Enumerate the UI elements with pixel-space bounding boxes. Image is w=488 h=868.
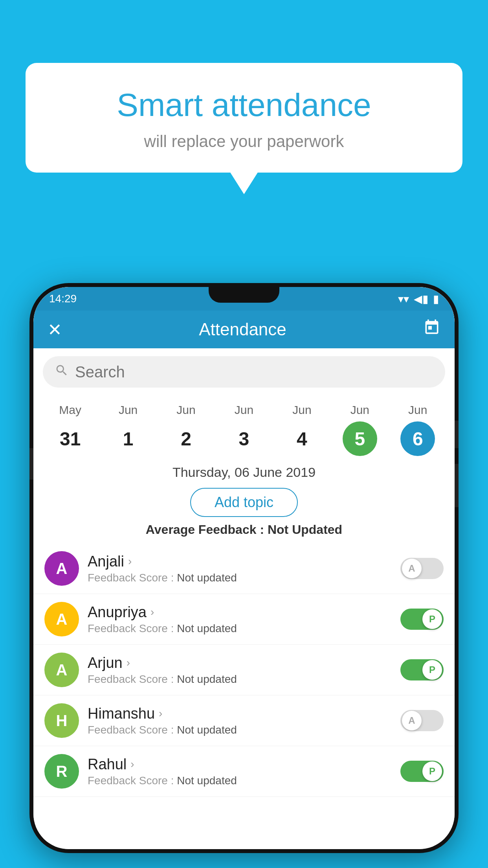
- app-bar: ✕ Attendance: [33, 311, 455, 348]
- attendance-toggle[interactable]: A: [400, 710, 444, 731]
- attendance-toggle[interactable]: P: [400, 659, 444, 680]
- app-bar-title: Attendance: [62, 320, 423, 339]
- cal-date-label: 3: [227, 421, 261, 456]
- wifi-icon: ▾▾: [398, 292, 409, 305]
- cal-date-label: 4: [284, 421, 319, 456]
- status-time: 14:29: [49, 292, 77, 305]
- cal-date-label: 31: [53, 421, 88, 456]
- chevron-icon: ›: [159, 707, 162, 720]
- student-info: Anupriya ›Feedback Score : Not updated: [88, 604, 392, 635]
- student-name: Arjun ›: [88, 655, 392, 671]
- student-item[interactable]: AAnupriya ›Feedback Score : Not updatedP: [33, 594, 455, 645]
- avatar: R: [44, 754, 79, 789]
- student-item[interactable]: RRahul ›Feedback Score : Not updatedP: [33, 746, 455, 797]
- avg-feedback-value: Not Updated: [268, 522, 342, 537]
- chevron-icon: ›: [130, 758, 134, 771]
- avatar: H: [44, 703, 79, 738]
- avatar: A: [44, 653, 79, 687]
- toggle-track: P: [400, 609, 444, 630]
- toggle-label: P: [422, 609, 442, 629]
- toggle-track: A: [400, 558, 444, 579]
- student-name: Anjali ›: [88, 553, 392, 570]
- phone-screen: 14:29 ▾▾ ◀▮ ▮ ✕ Attendance: [33, 287, 455, 849]
- search-input[interactable]: [75, 363, 433, 381]
- avg-feedback: Average Feedback : Not Updated: [33, 522, 455, 537]
- selected-date-label: Thursday, 06 June 2019: [33, 465, 455, 480]
- cal-month-label: Jun: [235, 403, 253, 417]
- toggle-label: A: [402, 559, 422, 578]
- feedback-score: Feedback Score : Not updated: [88, 724, 392, 736]
- toggle-track: A: [400, 710, 444, 731]
- toggle-label: P: [422, 761, 442, 781]
- student-name: Himanshu ›: [88, 705, 392, 722]
- student-info: Arjun ›Feedback Score : Not updated: [88, 655, 392, 686]
- cal-month-label: May: [59, 403, 81, 417]
- search-bar[interactable]: [43, 356, 445, 388]
- toggle-label: P: [422, 660, 442, 680]
- cal-date-label: 2: [169, 421, 204, 456]
- calendar-day[interactable]: Jun1: [111, 403, 145, 456]
- signal-icon: ◀▮: [414, 292, 428, 305]
- toggle-track: P: [400, 659, 444, 680]
- cal-month-label: Jun: [350, 403, 369, 417]
- cal-month-label: Jun: [119, 403, 138, 417]
- close-button[interactable]: ✕: [48, 320, 62, 340]
- student-info: Himanshu ›Feedback Score : Not updated: [88, 705, 392, 736]
- chevron-icon: ›: [128, 555, 132, 568]
- speech-bubble-subtext: will replace your paperwork: [49, 132, 439, 151]
- student-item[interactable]: HHimanshu ›Feedback Score : Not updatedA: [33, 695, 455, 746]
- chevron-icon: ›: [127, 657, 130, 669]
- student-info: Anjali ›Feedback Score : Not updated: [88, 553, 392, 584]
- avatar: A: [44, 551, 79, 586]
- avg-feedback-label: Average Feedback :: [146, 522, 268, 537]
- calendar-day[interactable]: May31: [53, 403, 88, 456]
- cal-month-label: Jun: [292, 403, 311, 417]
- feedback-score: Feedback Score : Not updated: [88, 673, 392, 686]
- cal-date-label: 1: [111, 421, 145, 456]
- calendar-day[interactable]: Jun4: [284, 403, 319, 456]
- phone-notch: [209, 283, 279, 303]
- student-list: AAnjali ›Feedback Score : Not updatedAAA…: [33, 543, 455, 849]
- student-item[interactable]: AArjun ›Feedback Score : Not updatedP: [33, 645, 455, 695]
- cal-date-label: 6: [400, 421, 435, 456]
- calendar-strip: May31Jun1Jun2Jun3Jun4Jun5Jun6: [33, 395, 455, 460]
- feedback-score: Feedback Score : Not updated: [88, 774, 392, 787]
- toggle-track: P: [400, 761, 444, 782]
- phone-frame: 14:29 ▾▾ ◀▮ ▮ ✕ Attendance: [29, 283, 459, 853]
- feedback-score: Feedback Score : Not updated: [88, 572, 392, 584]
- add-topic-button[interactable]: Add topic: [190, 488, 298, 517]
- calendar-day[interactable]: Jun2: [169, 403, 204, 456]
- speech-bubble-heading: Smart attendance: [49, 86, 439, 123]
- calendar-day[interactable]: Jun3: [227, 403, 261, 456]
- attendance-toggle[interactable]: P: [400, 609, 444, 630]
- attendance-toggle[interactable]: P: [400, 761, 444, 782]
- student-info: Rahul ›Feedback Score : Not updated: [88, 756, 392, 787]
- student-name: Rahul ›: [88, 756, 392, 773]
- calendar-day[interactable]: Jun6: [400, 403, 435, 456]
- speech-bubble: Smart attendance will replace your paper…: [26, 63, 462, 173]
- cal-month-label: Jun: [176, 403, 195, 417]
- calendar-icon[interactable]: [423, 319, 440, 340]
- cal-month-label: Jun: [408, 403, 427, 417]
- calendar-day[interactable]: Jun5: [343, 403, 377, 456]
- student-item[interactable]: AAnjali ›Feedback Score : Not updatedA: [33, 543, 455, 594]
- toggle-label: A: [402, 711, 422, 730]
- attendance-toggle[interactable]: A: [400, 558, 444, 579]
- status-icons: ▾▾ ◀▮ ▮: [398, 292, 439, 305]
- screen-content: 14:29 ▾▾ ◀▮ ▮ ✕ Attendance: [33, 287, 455, 849]
- speech-bubble-wrapper: Smart attendance will replace your paper…: [26, 63, 462, 173]
- student-name: Anupriya ›: [88, 604, 392, 621]
- feedback-score: Feedback Score : Not updated: [88, 622, 392, 635]
- search-icon: [55, 363, 69, 381]
- chevron-icon: ›: [150, 606, 154, 618]
- avatar: A: [44, 602, 79, 636]
- battery-icon: ▮: [433, 292, 439, 305]
- cal-date-label: 5: [343, 421, 377, 456]
